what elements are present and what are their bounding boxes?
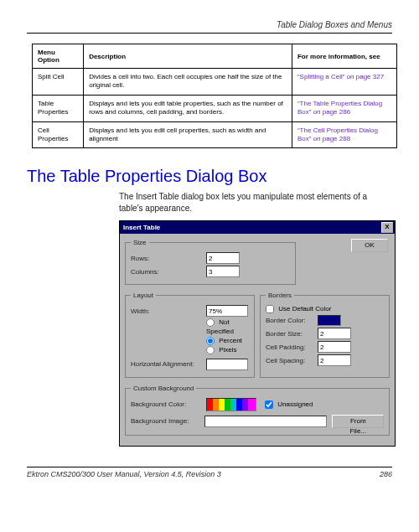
custom-background-group: Custom Background Background Color: Unas… bbox=[125, 385, 390, 436]
halign-label: Horizontal Alignment: bbox=[131, 360, 206, 368]
rows-input[interactable] bbox=[206, 252, 240, 264]
unassigned-checkbox[interactable]: Unassigned bbox=[265, 400, 313, 409]
layout-group: Layout Width: Not Specified Percent Pixe… bbox=[125, 292, 255, 378]
cell-description: Divides a cell into two. Each cell occup… bbox=[84, 69, 292, 96]
cell-more-link[interactable]: “Splitting a Cell” on page 327 bbox=[292, 69, 396, 96]
cell-spacing-label: Cell Spacing: bbox=[266, 357, 318, 364]
cell-description: Displays and lets you edit cell properti… bbox=[84, 121, 292, 148]
cell-description: Displays and lets you edit table propert… bbox=[84, 95, 292, 121]
color-palette[interactable] bbox=[206, 398, 256, 411]
header-title: Table Dialog Boxes and Menus bbox=[27, 20, 392, 33]
columns-input[interactable] bbox=[206, 266, 240, 277]
col-header-more: For more information, see bbox=[292, 44, 396, 69]
section-intro: The Insert Table dialog box lets you man… bbox=[119, 191, 392, 214]
bg-image-label: Background Image: bbox=[131, 417, 204, 425]
cell-option: Split Cell bbox=[33, 69, 84, 96]
border-color-label: Border Color: bbox=[266, 317, 318, 324]
dialog-title: Insert Table bbox=[123, 224, 160, 231]
cell-option: Table Properties bbox=[33, 95, 84, 121]
page-footer: Ektron CMS200/300 User Manual, Version 4… bbox=[27, 467, 392, 478]
col-header-description: Description bbox=[84, 44, 292, 69]
width-input[interactable] bbox=[206, 305, 248, 317]
table-row: Table Properties Displays and lets you e… bbox=[33, 95, 397, 121]
page-number: 286 bbox=[380, 470, 392, 478]
bg-image-field[interactable] bbox=[204, 416, 328, 427]
cell-padding-label: Cell Padding: bbox=[266, 343, 318, 351]
col-header-option: Menu Option bbox=[33, 44, 84, 69]
columns-label: Columns: bbox=[131, 268, 206, 276]
section-heading: The Table Properties Dialog Box bbox=[27, 167, 392, 186]
dialog-titlebar: Insert Table X bbox=[120, 221, 395, 234]
menu-option-table: Menu Option Description For more informa… bbox=[32, 44, 397, 148]
cell-padding-input[interactable] bbox=[318, 341, 351, 353]
radio-not-specified[interactable]: Not Specified bbox=[206, 318, 249, 337]
size-legend: Size bbox=[131, 239, 149, 246]
rows-label: Rows: bbox=[131, 255, 206, 262]
custom-background-legend: Custom Background bbox=[131, 385, 196, 392]
halign-input[interactable] bbox=[206, 359, 248, 370]
radio-pixels[interactable]: Pixels bbox=[206, 346, 249, 355]
from-file-button[interactable]: From File... bbox=[332, 415, 384, 428]
insert-table-dialog: Insert Table X OK Size Rows: Columns: bbox=[119, 220, 396, 447]
footer-text: Ektron CMS200/300 User Manual, Version 4… bbox=[27, 470, 221, 478]
border-size-label: Border Size: bbox=[266, 330, 318, 338]
bg-color-label: Background Color: bbox=[131, 400, 206, 408]
size-group: Size Rows: Columns: bbox=[125, 239, 296, 285]
cell-more-link[interactable]: “The Cell Properties Dialog Box” on page… bbox=[292, 121, 396, 148]
close-icon[interactable]: X bbox=[381, 222, 393, 233]
border-color-swatch[interactable] bbox=[318, 315, 341, 326]
cell-more-link[interactable]: “The Table Properties Dialog Box” on pag… bbox=[292, 95, 396, 121]
borders-group: Borders Use Default Color Border Color: … bbox=[260, 292, 390, 378]
cell-option: Cell Properties bbox=[33, 121, 84, 148]
borders-legend: Borders bbox=[266, 292, 294, 299]
divider bbox=[27, 33, 392, 34]
layout-legend: Layout bbox=[131, 292, 156, 299]
use-default-color-checkbox[interactable]: Use Default Color bbox=[266, 305, 331, 313]
width-label: Width: bbox=[131, 307, 206, 315]
radio-percent[interactable]: Percent bbox=[206, 337, 249, 346]
table-row: Split Cell Divides a cell into two. Each… bbox=[33, 69, 397, 96]
table-row: Cell Properties Displays and lets you ed… bbox=[33, 121, 397, 148]
border-size-input[interactable] bbox=[318, 328, 351, 339]
ok-button[interactable]: OK bbox=[351, 239, 388, 252]
cell-spacing-input[interactable] bbox=[318, 354, 351, 366]
